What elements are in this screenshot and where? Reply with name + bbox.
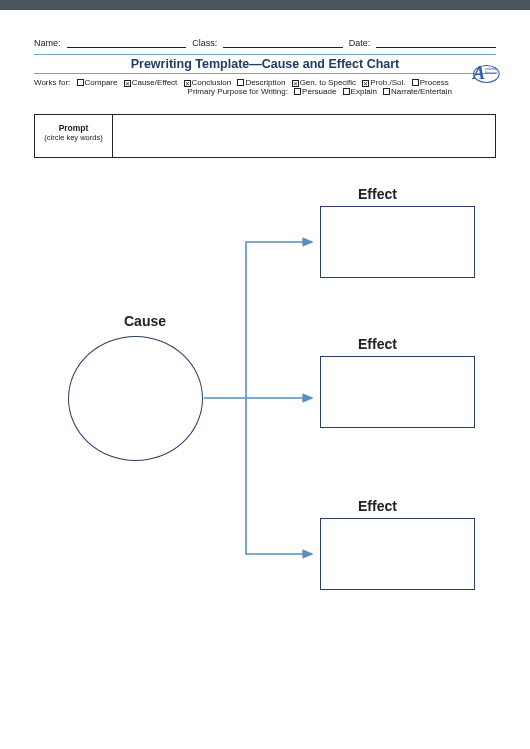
checkbox-explain[interactable] — [343, 88, 350, 95]
works-for-row: Works for: Compare Cause/Effect Conclusi… — [34, 78, 496, 87]
purpose-opt: Explain — [351, 87, 377, 96]
effect-3-box[interactable] — [320, 518, 475, 590]
works-for-opt: Process — [420, 78, 449, 87]
checkbox-persuade[interactable] — [294, 88, 301, 95]
works-for-opt: Prob./Sol. — [370, 78, 405, 87]
works-for-opt: Gen. to Specific — [300, 78, 356, 87]
works-for-opt: Compare — [85, 78, 118, 87]
header-fields: Name: Class: Date: — [34, 38, 496, 48]
checkbox-prob-sol[interactable] — [362, 80, 369, 87]
works-for-lead: Works for: — [34, 78, 70, 87]
checkbox-gen-specific[interactable] — [292, 80, 299, 87]
works-for-opt: Conclusion — [192, 78, 232, 87]
works-for-opt: Description — [245, 78, 285, 87]
name-input-line[interactable] — [67, 38, 187, 48]
purpose-row: Primary Purpose for Writing: Persuade Ex… — [34, 87, 496, 96]
class-input-line[interactable] — [223, 38, 343, 48]
prompt-input-cell[interactable] — [113, 115, 495, 157]
effect-2-label: Effect — [358, 336, 397, 352]
worksheet-page: Name: Class: Date: Prewriting Template—C… — [0, 10, 530, 749]
svg-text:Services: Services — [485, 71, 498, 75]
checkbox-compare[interactable] — [77, 79, 84, 86]
class-label: Class: — [192, 38, 217, 48]
page-title: Prewriting Template—Cause and Effect Cha… — [34, 57, 496, 71]
effect-1-label: Effect — [358, 186, 397, 202]
effect-3-label: Effect — [358, 498, 397, 514]
cause-label: Cause — [124, 313, 166, 329]
svg-text:cademic: cademic — [485, 67, 498, 71]
prompt-header-cell: Prompt (circle key words) — [35, 115, 113, 157]
date-input-line[interactable] — [376, 38, 496, 48]
checkbox-narrate[interactable] — [383, 88, 390, 95]
effect-1-box[interactable] — [320, 206, 475, 278]
date-label: Date: — [349, 38, 371, 48]
purpose-opt: Persuade — [302, 87, 336, 96]
works-for-opt: Cause/Effect — [132, 78, 178, 87]
checkbox-conclusion[interactable] — [184, 80, 191, 87]
prompt-title: Prompt — [59, 123, 89, 133]
purpose-opt: Narrate/Entertain — [391, 87, 452, 96]
checkbox-description[interactable] — [237, 79, 244, 86]
prompt-table: Prompt (circle key words) — [34, 114, 496, 158]
effect-2-box[interactable] — [320, 356, 475, 428]
cause-circle[interactable] — [68, 336, 203, 461]
checkbox-cause-effect[interactable] — [124, 80, 131, 87]
school-logo: A cademic Services — [466, 60, 500, 88]
prompt-subtitle: (circle key words) — [39, 133, 108, 142]
purpose-lead: Primary Purpose for Writing: — [188, 87, 288, 96]
cause-effect-diagram: Cause Effect Effect Effect — [34, 178, 496, 648]
svg-text:A: A — [472, 62, 485, 83]
name-label: Name: — [34, 38, 61, 48]
divider-thin — [34, 73, 496, 74]
checkbox-process[interactable] — [412, 79, 419, 86]
divider-blue — [34, 54, 496, 55]
